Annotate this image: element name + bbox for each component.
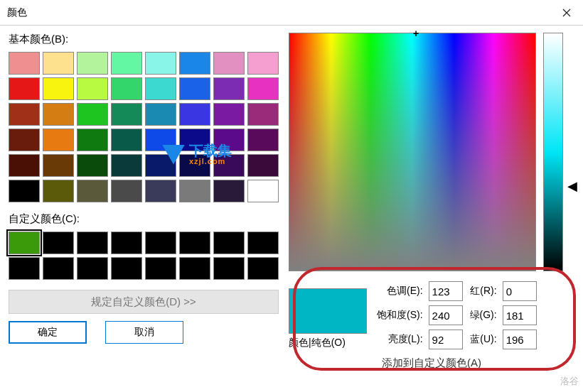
basic-color-swatch[interactable] bbox=[247, 180, 279, 202]
red-label: 红(R): bbox=[470, 285, 497, 298]
custom-color-grid bbox=[9, 232, 279, 280]
basic-color-swatch[interactable] bbox=[145, 154, 176, 177]
custom-color-swatch[interactable] bbox=[247, 232, 279, 254]
close-button[interactable] bbox=[550, 0, 583, 26]
basic-color-swatch[interactable] bbox=[77, 154, 108, 177]
luminance-arrow-icon: ◀ bbox=[567, 178, 577, 194]
basic-color-swatch[interactable] bbox=[213, 77, 245, 100]
basic-color-swatch[interactable] bbox=[179, 129, 210, 151]
basic-color-swatch[interactable] bbox=[213, 52, 245, 75]
basic-color-swatch[interactable] bbox=[145, 77, 176, 100]
basic-color-swatch[interactable] bbox=[179, 77, 210, 100]
color-fields: 色调(E): 红(R): 饱和度(S): 绿(G): 亮度(L): 蓝(U): bbox=[377, 281, 538, 349]
window-title: 颜色 bbox=[7, 6, 27, 19]
add-custom-button[interactable]: 添加到自定义颜色(A) bbox=[289, 356, 574, 370]
basic-color-swatch[interactable] bbox=[213, 129, 245, 151]
sat-input[interactable] bbox=[429, 305, 463, 325]
custom-color-swatch[interactable] bbox=[213, 257, 245, 280]
hue-label: 色调(E): bbox=[377, 285, 423, 298]
custom-color-swatch[interactable] bbox=[145, 257, 176, 280]
sat-label: 饱和度(S): bbox=[377, 309, 423, 322]
lum-input[interactable] bbox=[429, 330, 463, 349]
basic-color-swatch[interactable] bbox=[213, 103, 245, 126]
color-preview bbox=[289, 288, 367, 334]
basic-color-swatch[interactable] bbox=[111, 154, 142, 177]
basic-color-swatch[interactable] bbox=[247, 103, 279, 126]
basic-color-swatch[interactable] bbox=[9, 52, 40, 75]
basic-color-swatch[interactable] bbox=[145, 129, 176, 151]
basic-color-swatch[interactable] bbox=[247, 52, 279, 75]
custom-color-swatch[interactable] bbox=[179, 257, 210, 280]
basic-color-swatch[interactable] bbox=[43, 52, 74, 75]
custom-colors-label: 自定义颜色(C): bbox=[9, 212, 279, 226]
basic-color-swatch[interactable] bbox=[111, 52, 142, 75]
basic-color-swatch[interactable] bbox=[111, 129, 142, 151]
basic-color-swatch[interactable] bbox=[9, 103, 40, 126]
spectrum-crosshair: + bbox=[413, 28, 419, 39]
basic-color-swatch[interactable] bbox=[43, 129, 74, 151]
basic-color-swatch[interactable] bbox=[77, 103, 108, 126]
custom-color-swatch[interactable] bbox=[145, 232, 176, 254]
close-icon bbox=[562, 9, 571, 17]
custom-color-swatch[interactable] bbox=[43, 257, 74, 280]
custom-color-swatch[interactable] bbox=[77, 232, 108, 254]
left-panel: 基本颜色(B): 自定义颜色(C): 规定自定义颜色(D) >> 确定 取消 bbox=[9, 33, 279, 370]
red-input[interactable] bbox=[503, 281, 537, 301]
basic-color-swatch[interactable] bbox=[247, 154, 279, 177]
ok-button[interactable]: 确定 bbox=[9, 321, 87, 344]
basic-colors-label: 基本颜色(B): bbox=[9, 33, 279, 46]
basic-color-swatch[interactable] bbox=[43, 103, 74, 126]
basic-color-swatch[interactable] bbox=[77, 129, 108, 151]
lum-label: 亮度(L): bbox=[377, 333, 423, 346]
custom-color-swatch[interactable] bbox=[247, 257, 279, 280]
basic-color-swatch[interactable] bbox=[213, 154, 245, 177]
green-input[interactable] bbox=[503, 305, 537, 325]
basic-color-grid bbox=[9, 52, 279, 202]
basic-color-swatch[interactable] bbox=[111, 180, 142, 202]
basic-color-swatch[interactable] bbox=[145, 180, 176, 202]
basic-color-swatch[interactable] bbox=[43, 154, 74, 177]
custom-color-swatch[interactable] bbox=[43, 232, 74, 254]
define-custom-button[interactable]: 规定自定义颜色(D) >> bbox=[9, 290, 279, 314]
custom-color-swatch[interactable] bbox=[9, 232, 40, 254]
custom-color-swatch[interactable] bbox=[9, 257, 40, 280]
luminance-strip[interactable] bbox=[543, 33, 563, 271]
basic-color-swatch[interactable] bbox=[9, 180, 40, 202]
right-panel: + ◀ 颜色|纯色(O) 色调(E): 红(R): 饱和度(S): 绿(G): … bbox=[289, 33, 574, 370]
basic-color-swatch[interactable] bbox=[179, 180, 210, 202]
basic-color-swatch[interactable] bbox=[43, 180, 74, 202]
custom-color-swatch[interactable] bbox=[213, 232, 245, 254]
custom-color-swatch[interactable] bbox=[111, 232, 142, 254]
preview-label: 颜色|纯色(O) bbox=[289, 337, 367, 349]
custom-color-swatch[interactable] bbox=[77, 257, 108, 280]
titlebar: 颜色 bbox=[0, 0, 583, 26]
basic-color-swatch[interactable] bbox=[145, 52, 176, 75]
basic-color-swatch[interactable] bbox=[145, 103, 176, 126]
basic-color-swatch[interactable] bbox=[247, 77, 279, 100]
basic-color-swatch[interactable] bbox=[179, 154, 210, 177]
custom-color-swatch[interactable] bbox=[179, 232, 210, 254]
basic-color-swatch[interactable] bbox=[77, 52, 108, 75]
basic-color-swatch[interactable] bbox=[77, 77, 108, 100]
basic-color-swatch[interactable] bbox=[9, 154, 40, 177]
hue-input[interactable] bbox=[429, 281, 463, 301]
basic-color-swatch[interactable] bbox=[179, 52, 210, 75]
basic-color-swatch[interactable] bbox=[111, 77, 142, 100]
blue-label: 蓝(U): bbox=[470, 333, 497, 346]
basic-color-swatch[interactable] bbox=[213, 180, 245, 202]
color-spectrum[interactable]: + bbox=[289, 33, 536, 271]
basic-color-swatch[interactable] bbox=[9, 77, 40, 100]
basic-color-swatch[interactable] bbox=[43, 77, 74, 100]
blue-input[interactable] bbox=[503, 330, 537, 349]
basic-color-swatch[interactable] bbox=[247, 129, 279, 151]
basic-color-swatch[interactable] bbox=[77, 180, 108, 202]
custom-color-swatch[interactable] bbox=[111, 257, 142, 280]
site-watermark: 洛谷 bbox=[560, 375, 579, 388]
green-label: 绿(G): bbox=[470, 309, 497, 322]
cancel-button[interactable]: 取消 bbox=[105, 321, 183, 344]
basic-color-swatch[interactable] bbox=[179, 103, 210, 126]
basic-color-swatch[interactable] bbox=[9, 129, 40, 151]
basic-color-swatch[interactable] bbox=[111, 103, 142, 126]
